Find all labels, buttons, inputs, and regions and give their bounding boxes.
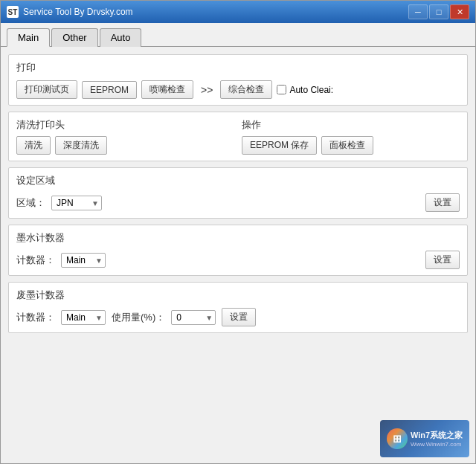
ink-counter-row: 计数器： Main SUB1 SUB2 ▼ 设置 — [16, 251, 460, 269]
watermark-url: Www.Winwin7.com — [411, 441, 463, 448]
waste-counter-set-button[interactable]: 设置 — [222, 308, 256, 326]
auto-clean-checkbox[interactable] — [277, 85, 286, 94]
waste-counter-select-wrap: Main SUB1 SUB2 ▼ — [61, 310, 106, 325]
ink-counter-section: 墨水计数器 计数器： Main SUB1 SUB2 ▼ 设置 — [8, 225, 468, 276]
window-body: Main Other Auto 打印 打印测试页 EEPROM 喷嘴检查 >> … — [1, 23, 475, 463]
region-row: 区域： JPN AREA2 AREA3 AREA4 ▼ 设置 — [16, 193, 460, 212]
maximize-button[interactable]: □ — [429, 4, 448, 19]
region-set-button[interactable]: 设置 — [425, 193, 460, 212]
close-button[interactable]: ✕ — [450, 4, 469, 19]
region-select[interactable]: JPN AREA2 AREA3 AREA4 — [51, 196, 102, 210]
title-bar: ST Service Tool By Drvsky.com ─ □ ✕ — [1, 1, 475, 23]
window-title: Service Tool By Drvsky.com — [23, 7, 408, 17]
tab-other[interactable]: Other — [51, 28, 98, 47]
waste-counter-row: 计数器： Main SUB1 SUB2 ▼ 使用量(%)： 0 10 — [16, 308, 460, 326]
eeprom-save-button[interactable]: EEPROM 保存 — [242, 136, 317, 155]
usage-select-wrap: 0 10 20 50 80 100 ▼ — [171, 310, 216, 325]
region-title: 设定区域 — [16, 174, 460, 187]
watermark-image: ⊞ Win7系统之家 Www.Winwin7.com — [380, 420, 469, 457]
auto-clean-label: Auto Cleai: — [289, 85, 333, 95]
ink-counter-set-button[interactable]: 设置 — [425, 251, 460, 269]
clean-button[interactable]: 清洗 — [16, 136, 51, 155]
operation-buttons-row: EEPROM 保存 面板检查 — [242, 136, 460, 155]
usage-select[interactable]: 0 10 20 50 80 100 — [171, 310, 216, 325]
usage-label: 使用量(%)： — [112, 311, 165, 324]
more-arrow[interactable]: >> — [198, 84, 216, 96]
region-select-wrap: JPN AREA2 AREA3 AREA4 ▼ — [51, 196, 102, 210]
print-test-button[interactable]: 打印测试页 — [16, 80, 77, 99]
waste-counter-select[interactable]: Main SUB1 SUB2 — [61, 310, 106, 325]
main-content: 打印 打印测试页 EEPROM 喷嘴检查 >> 综合检查 Auto Cleai: — [1, 47, 475, 347]
window-controls: ─ □ ✕ — [408, 4, 469, 19]
waste-counter-section: 废墨计数器 计数器： Main SUB1 SUB2 ▼ 使用量(%)： — [8, 282, 468, 333]
print-buttons-row: 打印测试页 EEPROM 喷嘴检查 >> 综合检查 Auto Cleai: — [16, 80, 460, 99]
ink-counter-select[interactable]: Main SUB1 SUB2 — [61, 253, 106, 268]
operation-subsection: 操作 EEPROM 保存 面板检查 — [242, 118, 460, 155]
watermark: ⊞ Win7系统之家 Www.Winwin7.com — [380, 420, 469, 457]
tab-bar: Main Other Auto — [1, 23, 475, 47]
minimize-button[interactable]: ─ — [408, 4, 428, 19]
two-col-layout: 清洗打印头 清洗 深度清洗 操作 EEPROM 保存 面板检查 — [16, 118, 460, 155]
print-section: 打印 打印测试页 EEPROM 喷嘴检查 >> 综合检查 Auto Cleai: — [8, 54, 468, 106]
panel-check-button[interactable]: 面板检查 — [321, 136, 373, 155]
clean-operation-section: 清洗打印头 清洗 深度清洗 操作 EEPROM 保存 面板检查 — [8, 112, 468, 161]
region-label: 区域： — [16, 196, 45, 210]
operation-title: 操作 — [242, 118, 460, 132]
ink-counter-label: 计数器： — [16, 254, 55, 267]
watermark-title: Win7系统之家 — [411, 430, 463, 441]
tab-auto[interactable]: Auto — [100, 28, 142, 47]
window-icon: ST — [7, 6, 19, 18]
win-logo: ⊞ — [387, 428, 408, 449]
clean-head-title: 清洗打印头 — [16, 118, 234, 132]
eeprom-button[interactable]: EEPROM — [82, 81, 137, 99]
print-section-title: 打印 — [16, 61, 460, 74]
waste-counter-title: 废墨计数器 — [16, 289, 460, 302]
auto-clean-wrap: Auto Cleai: — [277, 85, 333, 95]
clean-buttons-row: 清洗 深度清洗 — [16, 136, 234, 155]
comprehensive-check-button[interactable]: 综合检查 — [220, 80, 272, 99]
watermark-text-block: Win7系统之家 Www.Winwin7.com — [411, 430, 463, 448]
main-window: ST Service Tool By Drvsky.com ─ □ ✕ Main… — [0, 0, 476, 464]
region-section: 设定区域 区域： JPN AREA2 AREA3 AREA4 ▼ 设置 — [8, 167, 468, 219]
waste-counter-label: 计数器： — [16, 311, 55, 324]
ink-counter-title: 墨水计数器 — [16, 231, 460, 245]
tab-main[interactable]: Main — [7, 28, 50, 47]
clean-head-subsection: 清洗打印头 清洗 深度清洗 — [16, 118, 234, 155]
nozzle-check-button[interactable]: 喷嘴检查 — [141, 80, 193, 99]
deep-clean-button[interactable]: 深度清洗 — [55, 136, 107, 155]
ink-counter-select-wrap: Main SUB1 SUB2 ▼ — [61, 253, 106, 268]
